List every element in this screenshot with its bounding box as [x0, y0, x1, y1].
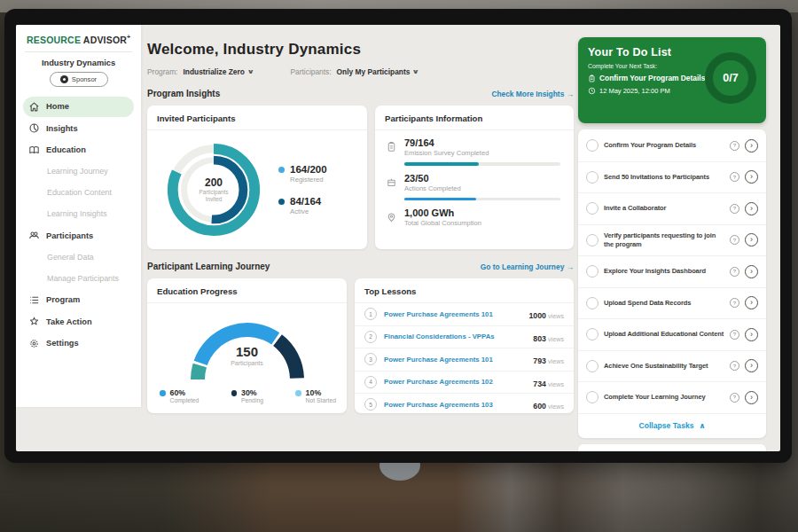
- sidebar-item-home[interactable]: Home: [23, 97, 134, 117]
- lesson-title-link[interactable]: Power Purchase Agreements 103: [384, 401, 526, 409]
- sidebar: RESOURCE ADVISOR+ Industry Dynamics Spon…: [16, 25, 141, 407]
- card-title: Top Lessons: [355, 278, 574, 303]
- chevron-right-icon[interactable]: ›: [745, 391, 758, 404]
- participant-stats: 79/164Emission Survey Completed23/50Acti…: [375, 130, 574, 227]
- task-label: Send 50 Invitations to Participants: [604, 173, 724, 182]
- recent-news-title: Recent News: [587, 451, 757, 452]
- todo-task-row[interactable]: Complete Your Learning Journey ›: [578, 382, 766, 414]
- chevron-right-icon[interactable]: ›: [745, 265, 758, 278]
- program-icon: [28, 294, 40, 306]
- card-title: Education Progress: [147, 278, 347, 303]
- stat-row: 1,000 GWhTotal Global Consumption: [375, 200, 574, 227]
- legend-dot: [231, 390, 238, 396]
- page-title: Welcome, Industry Dynamics: [147, 41, 574, 59]
- home-icon: [28, 101, 40, 113]
- todo-task-row[interactable]: Upload Spend Data Records ›: [578, 288, 766, 320]
- invited-participants-donut-chart: 200 Participants Invited: [161, 137, 266, 242]
- chevron-right-icon[interactable]: ›: [745, 139, 758, 153]
- chevron-right-icon[interactable]: ›: [745, 296, 758, 309]
- task-checkbox[interactable]: [586, 265, 598, 278]
- insights-icon: [28, 122, 40, 134]
- task-checkbox[interactable]: [586, 139, 598, 152]
- sidebar-menu: HomeInsightsEducationLearning JourneyEdu…: [16, 94, 141, 354]
- todo-task-row[interactable]: Verify participants requesting to join t…: [578, 225, 766, 257]
- task-checkbox[interactable]: [586, 360, 598, 372]
- lesson-views: 600: [533, 402, 546, 411]
- program-insights-header: Program Insights Check More Insights →: [147, 89, 574, 98]
- progress-bar: [404, 198, 560, 201]
- gauge-legend: 60%Completed30%Pending10%Not Started: [147, 387, 347, 403]
- sidebar-item-label: General Data: [47, 253, 94, 262]
- gauge-center-label: Participants: [175, 360, 320, 366]
- arrow-right-icon: →: [567, 262, 574, 271]
- chevron-right-icon[interactable]: ›: [745, 202, 758, 215]
- lesson-rank: 4: [364, 376, 377, 388]
- sidebar-item-education[interactable]: Education: [23, 140, 134, 160]
- sidebar-item-take-action[interactable]: Take Action: [23, 311, 134, 332]
- legend-dot: [295, 390, 301, 396]
- task-checkbox[interactable]: [586, 202, 598, 215]
- todo-task-row[interactable]: Invite a Collaborator ›: [578, 193, 766, 225]
- todo-task-row[interactable]: Confirm Your Program Details ›: [578, 130, 766, 162]
- stat-value: 23/50: [404, 173, 560, 184]
- task-checkbox[interactable]: [586, 391, 598, 403]
- sponsor-label: Sponsor: [72, 75, 97, 83]
- todo-task-row[interactable]: Send 50 Invitations to Participants ›: [578, 162, 766, 194]
- task-label: Invite a Collaborator: [604, 204, 724, 213]
- task-checkbox[interactable]: [586, 171, 598, 184]
- lesson-title-link[interactable]: Financial Considerations - VPPAs: [384, 332, 526, 340]
- main-content: Welcome, Industry Dynamics Program: Indu…: [147, 25, 574, 451]
- todo-panel: Your To Do List Complete Your Next Task:…: [578, 25, 766, 451]
- donut-center-value: 200: [205, 176, 223, 189]
- sidebar-item-learning-journey[interactable]: Learning Journey: [23, 161, 134, 182]
- program-filter-select[interactable]: Industrialize Zero ∨: [183, 67, 253, 76]
- top-lessons-list: 1 Power Purchase Agreements 101 1000view…: [355, 303, 574, 416]
- top-lessons-card: Top Lessons 1 Power Purchase Agreements …: [355, 278, 574, 413]
- sponsor-icon: [60, 75, 68, 83]
- lesson-row: 3 Power Purchase Agreements 101 793views: [355, 348, 574, 372]
- lesson-title-link[interactable]: Power Purchase Agreements 101: [384, 356, 526, 364]
- todo-task-row[interactable]: Upload Additional Educational Content ›: [578, 319, 766, 351]
- education-icon: [28, 145, 40, 156]
- check-more-insights-link[interactable]: Check More Insights →: [491, 90, 574, 98]
- participants-filter-select[interactable]: Only My Participants ∨: [337, 67, 419, 76]
- task-label: Explore Your Insights Dashboard: [604, 267, 724, 276]
- task-label: Achieve One Sustainability Target: [604, 362, 724, 371]
- go-to-learning-journey-link[interactable]: Go to Learning Journey →: [481, 262, 574, 271]
- education-progress-gauge-chart: 150 Participants: [175, 307, 320, 387]
- task-label: Upload Spend Data Records: [604, 299, 724, 308]
- task-checkbox[interactable]: [586, 297, 598, 309]
- task-checkbox[interactable]: [586, 328, 598, 340]
- chevron-down-icon: ∨: [247, 68, 254, 75]
- sidebar-item-participants[interactable]: Participants: [23, 225, 134, 246]
- sidebar-item-settings[interactable]: Settings: [23, 333, 134, 354]
- chevron-right-icon[interactable]: ›: [745, 359, 758, 372]
- sidebar-item-label: Home: [46, 102, 69, 111]
- todo-task-row[interactable]: Explore Your Insights Dashboard ›: [578, 256, 766, 288]
- lesson-rank: 1: [364, 308, 377, 320]
- chevron-right-icon[interactable]: ›: [745, 170, 758, 184]
- sponsor-badge: Sponsor: [50, 72, 108, 87]
- gauge-legend-item: 60%Completed: [160, 388, 199, 403]
- task-label: Upload Additional Educational Content: [604, 330, 724, 339]
- sidebar-item-manage-participants[interactable]: Manage Participants: [23, 269, 134, 289]
- sidebar-item-education-content[interactable]: Education Content: [23, 183, 134, 203]
- collapse-tasks-link[interactable]: Collapse Tasks ∧: [578, 414, 766, 437]
- lesson-title-link[interactable]: Power Purchase Agreements 102: [384, 378, 526, 386]
- sidebar-item-general-data[interactable]: General Data: [23, 247, 134, 268]
- sidebar-item-learning-insights[interactable]: Learning Insights: [23, 204, 134, 224]
- task-checkbox[interactable]: [586, 234, 598, 246]
- help-icon: [730, 393, 739, 403]
- sidebar-item-insights[interactable]: Insights: [23, 118, 134, 138]
- learning-journey-header: Participant Learning Journey Go to Learn…: [147, 262, 574, 271]
- chevron-right-icon[interactable]: ›: [745, 328, 758, 341]
- dashboard-screen: RESOURCE ADVISOR+ Industry Dynamics Spon…: [16, 25, 780, 451]
- todo-task-row[interactable]: Achieve One Sustainability Target ›: [578, 351, 766, 383]
- lesson-title-link[interactable]: Power Purchase Agreements 101: [384, 310, 521, 318]
- card-title: Invited Participants: [147, 106, 367, 130]
- settings-icon: [28, 338, 40, 349]
- chevron-right-icon[interactable]: ›: [745, 233, 758, 246]
- lesson-row: 5 Power Purchase Agreements 103 600views: [355, 394, 574, 416]
- sidebar-item-program[interactable]: Program: [23, 290, 134, 310]
- chevron-down-icon: ∨: [412, 68, 419, 75]
